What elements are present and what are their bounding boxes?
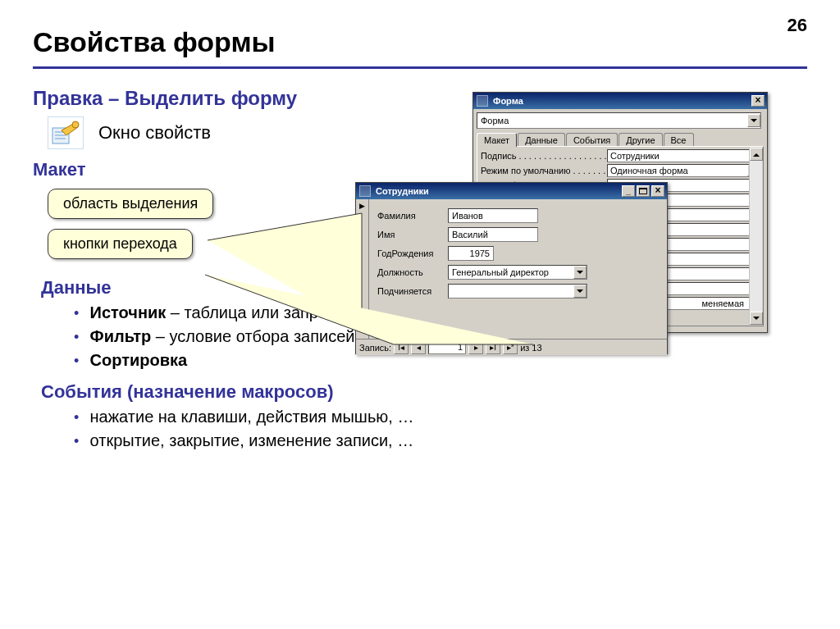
record-selector[interactable] xyxy=(356,199,369,339)
field-reportsto-input[interactable] xyxy=(448,284,587,299)
nav-prev-button[interactable]: ◂ xyxy=(411,341,426,354)
field-lastname-input[interactable]: Иванов xyxy=(448,208,538,223)
slide-title: Свойства формы xyxy=(33,26,807,58)
svg-point-4 xyxy=(72,121,79,128)
form-icon xyxy=(477,95,488,107)
field-position-input[interactable]: Генеральный директор xyxy=(448,265,587,280)
nav-total-prefix: из xyxy=(520,343,529,353)
nav-new-button[interactable]: ▸* xyxy=(503,341,518,354)
tab-other[interactable]: Другие xyxy=(619,133,662,147)
page-number: 26 xyxy=(788,15,807,36)
scrollbar[interactable] xyxy=(749,148,762,325)
field-firstname-label: Имя xyxy=(377,230,448,239)
events-heading: События (назначение макросов) xyxy=(41,381,807,403)
chevron-down-icon[interactable] xyxy=(573,266,587,279)
bullet-source-key: Источник xyxy=(90,303,167,321)
callout-nav-buttons: кнопки перехода xyxy=(48,229,193,259)
bullet-filter-key: Фильтр xyxy=(90,327,152,345)
field-position-label: Должность xyxy=(377,267,448,277)
prop-caption-value[interactable]: Сотрудники xyxy=(607,149,761,162)
chevron-down-icon[interactable] xyxy=(573,285,587,298)
tab-events[interactable]: События xyxy=(566,133,618,147)
divider xyxy=(33,66,807,69)
object-select[interactable]: Форма xyxy=(477,112,761,129)
tab-all[interactable]: Все xyxy=(664,133,694,147)
chevron-down-icon[interactable] xyxy=(747,114,760,127)
layout-heading: Макет xyxy=(33,159,361,180)
minimize-icon[interactable] xyxy=(622,185,635,197)
maximize-icon[interactable] xyxy=(637,185,650,197)
bullet-sort-key: Сортировка xyxy=(90,351,188,369)
callout-selection-area: область выделения xyxy=(48,189,213,219)
nav-last-button[interactable]: ▸I xyxy=(486,341,500,354)
propwin-title: Форма xyxy=(493,96,523,106)
scroll-down-icon[interactable] xyxy=(750,312,763,325)
properties-window-icon xyxy=(48,116,84,149)
bullet-source-rest: – таблица или запрос xyxy=(166,303,336,321)
tab-data[interactable]: Данные xyxy=(518,133,565,147)
bullet-event-2: открытие, закрытие, изменение записи, … xyxy=(90,431,414,449)
close-icon[interactable] xyxy=(751,95,765,107)
form-icon xyxy=(359,185,371,197)
nav-next-button[interactable]: ▸ xyxy=(468,341,483,354)
nav-first-button[interactable]: I◂ xyxy=(394,341,409,354)
nav-total: 13 xyxy=(532,343,541,353)
edit-heading: Правка – Выделить форму xyxy=(33,87,361,110)
events-bullets: • нажатие на клавиши, действия мышью, … … xyxy=(74,408,807,450)
object-select-value: Форма xyxy=(481,116,509,125)
close-icon[interactable] xyxy=(651,185,664,197)
windows-cluster: Форма Форма Макет Данные События Другие … xyxy=(355,92,774,362)
prop-defaultview-label: Режим по умолчанию . . . . . . . . . xyxy=(481,166,607,175)
prop-caption-label: Подпись . . . . . . . . . . . . . . . . … xyxy=(481,151,607,161)
record-navigator: Запись: I◂ ◂ 1 ▸ ▸I ▸* из 13 xyxy=(356,339,667,355)
properties-label: Окно свойств xyxy=(98,122,211,144)
field-birthyear-input[interactable]: 1975 xyxy=(448,246,494,261)
field-birthyear-label: ГодРождения xyxy=(377,248,448,258)
field-reportsto-label: Подчиняется xyxy=(377,286,448,296)
scroll-up-icon[interactable] xyxy=(750,148,763,161)
employees-window: Сотрудники ФамилияИванов ИмяВасилий ГодР… xyxy=(355,182,668,354)
nav-record-number[interactable]: 1 xyxy=(428,341,466,354)
empwin-title: Сотрудники xyxy=(376,186,429,196)
bullet-filter-rest: – условие отбора записей xyxy=(151,327,354,345)
field-firstname-input[interactable]: Василий xyxy=(448,227,538,242)
field-lastname-label: Фамилия xyxy=(377,211,448,221)
bullet-event-1: нажатие на клавиши, действия мышью, … xyxy=(90,408,414,426)
prop-defaultview-value[interactable]: Одиночная форма xyxy=(607,164,761,177)
nav-label: Запись: xyxy=(359,343,391,353)
tab-layout[interactable]: Макет xyxy=(477,133,517,147)
